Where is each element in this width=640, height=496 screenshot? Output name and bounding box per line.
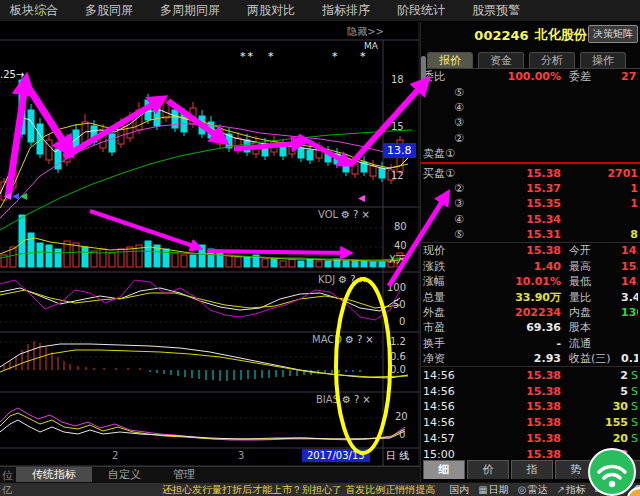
date-button[interactable]: ▦日期 <box>478 483 508 496</box>
tick-price: 15.38 <box>469 385 561 398</box>
help-icon[interactable]: ? <box>354 394 359 405</box>
gear-icon[interactable]: ⚙ <box>345 334 354 345</box>
gear-icon[interactable]: ⚙ <box>342 394 351 405</box>
bid-volume: 2701 <box>561 167 638 180</box>
tab-manage[interactable]: 管理 <box>157 467 211 483</box>
tab-custom[interactable]: 自定义 <box>92 467 157 483</box>
info-label: 内盘 <box>561 305 621 320</box>
decision-matrix-button[interactable]: 决策矩阵 <box>588 25 638 43</box>
vol-panel-header: VOL⚙?× <box>318 209 370 220</box>
bid-row-1: 买盘① 15.38 2701 <box>421 165 640 180</box>
menu-item-indicator-rank[interactable]: 指标排序 <box>322 2 370 19</box>
tick-side: S <box>628 369 638 382</box>
tick-volume: 2 <box>561 369 628 382</box>
period-label[interactable]: 日 线 <box>386 450 409 461</box>
partial-label: 位 <box>0 468 16 483</box>
tick-volume: 155 <box>561 416 628 429</box>
info-value: 0.16 <box>621 352 638 365</box>
domestic-label[interactable]: 国内 <box>449 483 469 496</box>
macd-panel-header: MACD⚙?× <box>312 334 374 345</box>
tick-time: 14:56 <box>423 369 469 382</box>
macd-axis-00: 0.0 <box>390 364 406 375</box>
tab-tick-detail[interactable]: 细 <box>423 460 465 479</box>
close-icon[interactable]: × <box>365 334 373 345</box>
current-price-box: 13.8 <box>383 143 416 158</box>
info-value: - <box>469 337 561 350</box>
ticker-partial: 亿 <box>0 483 12 496</box>
tab-indicator[interactable]: 指 <box>511 460 553 479</box>
info-value: 15.3 <box>621 260 638 273</box>
vol-title: VOL <box>318 209 338 220</box>
info-label: 市盈 <box>423 320 469 335</box>
xaxis-date-box: 2017/03/13 <box>302 449 370 462</box>
tab-traditional-indicators[interactable]: 传统指标 <box>16 467 92 483</box>
weibi-label: 委比 <box>423 69 469 84</box>
tab-analysis[interactable]: 分析 <box>529 52 575 68</box>
macd-title: MACD <box>312 334 342 345</box>
ask-row-1: 卖盘① <box>421 146 640 161</box>
indicator-button[interactable]: ↗指标 <box>556 483 585 496</box>
info-row-price: 现价 15.38 今开 14.4 <box>421 243 640 258</box>
gear-icon[interactable]: ⚙ <box>338 274 347 285</box>
bid-price: 15.38 <box>469 167 561 180</box>
tab-funds[interactable]: 资金 <box>478 52 524 68</box>
close-icon[interactable]: × <box>362 394 370 405</box>
weibi-value: 100.00% <box>469 70 561 83</box>
macd-axis-06: 0.6 <box>390 351 406 362</box>
menu-item-stock-alert[interactable]: 股票预警 <box>472 2 520 19</box>
tab-price[interactable]: 价 <box>467 460 509 479</box>
bid-volume: 1 <box>561 197 638 210</box>
gear-icon[interactable]: ⚙ <box>341 209 350 220</box>
kdj-title: KDJ <box>318 274 335 285</box>
close-icon[interactable]: × <box>361 209 369 220</box>
menu-item-stage-stats[interactable]: 阶段统计 <box>397 2 445 19</box>
bias-panel-header: BIAS⚙?× <box>316 394 371 405</box>
tick-row: 14:56 15.38 155 S <box>421 415 640 431</box>
tab-quote[interactable]: 报价 <box>427 52 473 68</box>
bid-level-label: ③ <box>423 197 469 210</box>
info-label: 净资 <box>423 351 469 366</box>
menu-item-multi-period[interactable]: 多周期同屏 <box>160 2 220 19</box>
bias-title: BIAS <box>316 394 339 405</box>
info-row-change: 涨跌 1.40 最高 15.3 <box>421 259 640 274</box>
scrollbar-thumb[interactable] <box>421 56 426 82</box>
ask-level-label: ⑤ <box>423 86 469 99</box>
menu-item-multi-stock[interactable]: 多股同屏 <box>85 2 133 19</box>
help-icon[interactable]: ? <box>357 334 362 345</box>
price-axis-15: 15 <box>391 121 404 132</box>
info-label: 流通 <box>561 336 621 351</box>
tick-side: S <box>628 400 638 413</box>
price-tag-label: .25→ <box>0 69 24 80</box>
quote-panel: 002246 北化股份 决策矩阵 报价 资金 分析 操作 委比 100.00% … <box>420 22 640 482</box>
news-ticker[interactable]: 还担心发行量打折后才能上市？别担心了 首发比例正悄悄提高 <box>162 483 435 496</box>
info-label: 外盘 <box>423 305 469 320</box>
info-value: 14.4 <box>621 244 638 257</box>
tick-row: 14:56 15.38 30 S <box>421 399 640 415</box>
info-label: 最低 <box>561 274 621 289</box>
radar-button[interactable]: ◎雷达 <box>518 483 548 496</box>
info-value: 15.38 <box>469 244 561 257</box>
info-value: 10.01% <box>469 275 561 288</box>
tab-operate[interactable]: 操作 <box>580 52 626 68</box>
help-icon[interactable]: ? <box>350 274 355 285</box>
kdj-axis-50: 50 <box>393 299 406 310</box>
chart-icon: ↗ <box>556 484 564 495</box>
close-icon[interactable]: × <box>359 274 367 285</box>
tick-price: 15.38 <box>469 448 561 461</box>
kdj-axis-0: 0 <box>399 316 405 327</box>
tick-time: 14:56 <box>423 385 469 398</box>
vol-axis-80: 80 <box>394 221 407 232</box>
info-value: 13674 <box>621 306 638 319</box>
bid-level-label: ② <box>423 182 469 195</box>
menu-item-compare-stocks[interactable]: 两股对比 <box>247 2 295 19</box>
quote-tab-bar: 报价 资金 分析 操作 <box>421 48 640 69</box>
info-label: 换手 <box>423 336 469 351</box>
weicha-label: 委差 <box>561 69 621 84</box>
star-marker: * <box>360 51 368 62</box>
menu-item-board-composite[interactable]: 板块综合 <box>10 2 58 19</box>
vol-unit-label: X万 <box>389 254 406 265</box>
help-icon[interactable]: ? <box>353 209 358 220</box>
hide-panel-link[interactable]: 隐藏>> <box>347 26 384 37</box>
wifi-share-badge[interactable] <box>585 445 639 496</box>
tick-price: 15.38 <box>469 369 561 382</box>
